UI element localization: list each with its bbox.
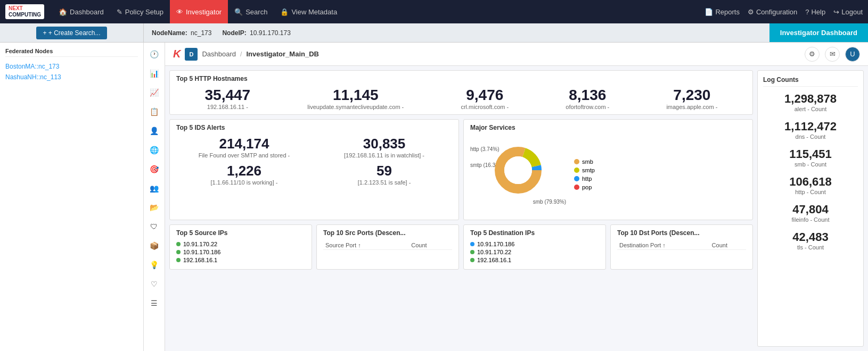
source-ips-title: Top 5 Source IPs <box>176 229 305 237</box>
source-ip-list: 10.91.170.22 10.91.170.186 192.168.16.1 <box>176 241 305 263</box>
legend-smb: smb <box>574 158 595 165</box>
ip-dot-1 <box>176 250 181 254</box>
dest-ip-dot-2 <box>470 258 474 262</box>
ids-title: Top 5 IDS Alerts <box>176 124 452 131</box>
src-ports-title: Top 10 Src Ports (Descen... <box>323 229 452 237</box>
log-count-4: 47,804 fileinfo - Count <box>763 203 858 223</box>
dest-ip-dot-0 <box>470 242 474 246</box>
src-count-col-header: Count <box>409 241 452 250</box>
nav-logout[interactable]: ↪ Logout <box>833 8 863 16</box>
sidebar-icon-bar[interactable]: 📈 <box>144 83 164 102</box>
nav-investigator[interactable]: 👁 Investigator <box>170 0 228 23</box>
nav-configuration[interactable]: ⚙ Configuration <box>748 8 797 16</box>
donut-label-smb: smb (79.93%) <box>533 199 566 205</box>
reports-icon: 📄 <box>705 8 713 16</box>
sidebar-icon-heart[interactable]: ♡ <box>144 275 164 293</box>
nav-dashboard[interactable]: 🏠 Dashboard <box>52 0 110 23</box>
major-services-panel: Major Services http (3.74%) smtp (16.32%… <box>463 119 753 220</box>
hostname-item-0: 35,447 192.168.16.11 - <box>205 87 251 110</box>
dest-ip-dot-1 <box>470 250 474 254</box>
sidebar-node-nashua[interactable]: NashuaNH::nc_113 <box>5 72 138 82</box>
sidebar-icon-target[interactable]: 🎯 <box>144 160 164 178</box>
mail-bc-icon[interactable]: ✉ <box>825 47 840 62</box>
dest-ips-title: Top 5 Destination IPs <box>470 229 599 237</box>
dest-ip-2: 192.168.16.1 <box>470 257 599 263</box>
sidebar-icon-layers2[interactable]: 📦 <box>144 237 164 255</box>
bottom-panels: Top 5 Source IPs 10.91.170.22 10.91.170.… <box>169 224 753 270</box>
hostnames-row: 35,447 192.168.16.11 - 11,145 liveupdate… <box>176 87 746 110</box>
hostname-item-2: 9,476 crl.microsoft.com - <box>461 87 509 110</box>
create-search-button[interactable]: + + Create Search... <box>36 27 107 39</box>
nav-metadata[interactable]: 🔒 View Metadata <box>274 0 343 23</box>
legend-http: http <box>574 176 595 182</box>
sidebar-icon-people[interactable]: 👥 <box>144 179 164 197</box>
main-content: K D Dashboard / Investigator_Main_DB ⚙ ✉… <box>165 43 868 351</box>
ids-item-1: 30,835 [192.168.16.11 is in watchlist] - <box>316 136 452 158</box>
svg-point-4 <box>504 156 532 184</box>
major-services-title: Major Services <box>470 124 746 131</box>
metadata-icon: 🔒 <box>280 8 289 16</box>
user-bc-icon[interactable]: U <box>845 47 860 62</box>
dst-count-col-header: Count <box>710 241 746 250</box>
legend-dot-smb <box>574 159 579 164</box>
dest-ip-1: 10.91.170.22 <box>470 249 599 255</box>
node-name-info: NodeName: nc_173 <box>152 29 211 37</box>
home-icon: 🏠 <box>59 8 67 16</box>
dest-ip-list: 10.91.170.186 10.91.170.22 192.168.16.1 <box>470 241 599 263</box>
donut-container: http (3.74%) smtp (16.32%) <box>470 136 746 215</box>
logo-text: NEXT <box>9 5 23 11</box>
dst-ports-title: Top 10 Dst Ports (Descen... <box>617 229 746 237</box>
nav-policy-setup[interactable]: ✎ Policy Setup <box>110 0 170 23</box>
investigator-dashboard-label: Investigator Dashboard <box>769 23 868 42</box>
sidebar-icon-layers[interactable]: 📂 <box>144 198 164 216</box>
ids-item-0: 214,174 File Found over SMTP and stored … <box>176 136 312 158</box>
policy-icon: ✎ <box>117 8 122 16</box>
breadcrumb-icons: ⚙ ✉ U <box>805 47 860 62</box>
legend-dot-smtp <box>574 168 579 173</box>
hostname-item-3: 8,136 ofortoftrow.com - <box>566 87 609 110</box>
ids-item-2: 1,226 [1.1.66.11/10 is working] - <box>176 163 312 186</box>
src-ports-table: Source Port ↑ Count <box>323 241 452 250</box>
sidebar-icon-menu[interactable]: ☰ <box>144 294 164 312</box>
log-counts-title: Log Counts <box>763 76 858 87</box>
donut-chart-area: http (3.74%) smtp (16.32%) <box>470 136 566 215</box>
sidebar-icon-table[interactable]: 📋 <box>144 103 164 121</box>
sidebar-icon-person[interactable]: 👤 <box>144 122 164 140</box>
breadcrumb-separator: / <box>240 51 242 58</box>
breadcrumb-path2: Investigator_Main_DB <box>246 50 319 58</box>
source-ip-0: 10.91.170.22 <box>176 241 305 247</box>
ip-dot-0 <box>176 242 181 246</box>
dst-ports-panel: Top 10 Dst Ports (Descen... Destination … <box>610 224 753 270</box>
panels-left: Top 5 HTTP Hostnames 35,447 192.168.16.1… <box>169 70 753 347</box>
ids-grid: 214,174 File Found over SMTP and stored … <box>176 136 452 186</box>
dst-port-col-header[interactable]: Destination Port ↑ <box>617 241 710 250</box>
src-port-col-header[interactable]: Source Port ↑ <box>323 241 409 250</box>
nav-search[interactable]: 🔍 Search <box>228 0 274 23</box>
sidebar-icon-globe[interactable]: 🌐 <box>144 141 164 159</box>
sidebar-icon-shield[interactable]: 🛡 <box>144 218 164 236</box>
source-ip-1: 10.91.170.186 <box>176 249 305 255</box>
nav-items: 🏠 Dashboard ✎ Policy Setup 👁 Investigato… <box>52 0 343 23</box>
sidebar-icon-bulb[interactable]: 💡 <box>144 256 164 274</box>
federated-nodes-title: Federated Nodes <box>5 48 138 57</box>
avatar: D <box>185 48 198 61</box>
legend-dot-http <box>574 176 579 181</box>
log-count-3: 106,618 http - Count <box>763 175 858 195</box>
nav-help[interactable]: ? Help <box>805 8 825 16</box>
http-hostnames-panel: Top 5 HTTP Hostnames 35,447 192.168.16.1… <box>169 70 753 115</box>
sidebar-icon-clock[interactable]: 🕐 <box>144 45 164 63</box>
sidebar-icon-chart[interactable]: 📊 <box>144 64 164 82</box>
dest-ip-0: 10.91.170.186 <box>470 241 599 247</box>
sidebar-node-boston[interactable]: BostonMA::nc_173 <box>5 61 138 72</box>
search-icon: 🔍 <box>234 8 243 16</box>
top-nav: NEXTCOMPUTING 🏠 Dashboard ✎ Policy Setup… <box>0 0 868 23</box>
dashboard-panels: Top 5 HTTP Hostnames 35,447 192.168.16.1… <box>165 66 868 351</box>
log-count-2: 115,451 smb - Count <box>763 147 858 168</box>
logout-icon: ↪ <box>833 8 839 16</box>
nav-reports[interactable]: 📄 Reports <box>705 8 740 16</box>
dest-ips-panel: Top 5 Destination IPs 10.91.170.186 10.9… <box>463 224 606 270</box>
log-count-1: 1,112,472 dns - Count <box>763 120 858 140</box>
icon-sidebar: 🕐 📊 📈 📋 👤 🌐 🎯 👥 📂 🛡 📦 💡 ♡ ☰ <box>144 43 165 351</box>
settings-bc-icon[interactable]: ⚙ <box>805 47 820 62</box>
donut-legend: smb smtp http <box>574 158 595 193</box>
